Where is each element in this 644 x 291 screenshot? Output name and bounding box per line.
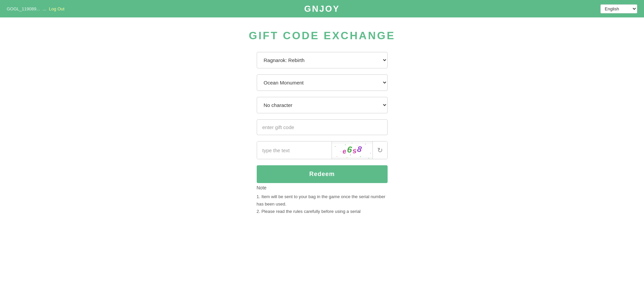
form-container: Ragnarok: Rebirth Ragnarok Online Ragnar… <box>257 52 388 183</box>
svg-point-6 <box>365 144 365 144</box>
captcha-image-wrapper: e 6 s 8 <box>332 141 373 159</box>
header-separator: ... <box>43 6 46 11</box>
svg-point-5 <box>360 156 361 157</box>
captcha-char-4: 8 <box>357 144 362 154</box>
svg-point-1 <box>340 151 341 152</box>
account-label: GOGL_119089... <box>7 6 40 11</box>
svg-point-7 <box>370 153 371 154</box>
svg-point-13 <box>357 145 357 146</box>
captcha-char-3: s <box>352 147 357 156</box>
captcha-input[interactable] <box>257 141 332 159</box>
svg-point-10 <box>351 143 352 143</box>
character-dropdown[interactable]: No character <box>257 97 388 113</box>
svg-point-2 <box>345 144 345 145</box>
note-line-1: 1. Item will be sent to your bag in the … <box>257 193 388 208</box>
svg-point-0 <box>335 146 336 147</box>
page-title: GIFT CODE EXCHANGE <box>249 30 395 42</box>
game-dropdown[interactable]: Ragnarok: Rebirth Ragnarok Online Ragnar… <box>257 52 388 68</box>
svg-point-12 <box>346 157 347 158</box>
note-title: Note <box>257 185 388 190</box>
header: GOGL_119089... ... Log Out GNJOY English… <box>0 0 644 17</box>
note-text: 1. Item will be sent to your bag in the … <box>257 193 388 215</box>
note-section: Note 1. Item will be sent to your bag in… <box>257 185 388 215</box>
note-line-2: 2. Please read the rules carefully befor… <box>257 208 388 215</box>
svg-point-9 <box>337 156 337 157</box>
captcha-char-2: 6 <box>346 144 352 155</box>
captcha-row: e 6 s 8 ↻ <box>257 141 388 159</box>
header-left: GOGL_119089... ... Log Out <box>7 6 64 11</box>
server-dropdown[interactable]: Ocean Monument Prontera Payon <box>257 74 388 91</box>
redeem-button[interactable]: Redeem <box>257 165 388 183</box>
logout-link[interactable]: Log Out <box>49 6 64 11</box>
header-right: English 한국어 日本語 中文 <box>600 4 637 13</box>
main-content: GIFT CODE EXCHANGE Ragnarok: Rebirth Rag… <box>0 17 644 215</box>
logo: GNJOY <box>304 4 340 14</box>
captcha-char-1: e <box>342 147 347 156</box>
captcha-image: e 6 s 8 <box>332 141 373 159</box>
captcha-visual: e 6 s 8 <box>332 144 373 157</box>
gift-code-input[interactable] <box>257 119 388 135</box>
captcha-refresh-button[interactable]: ↻ <box>373 141 387 159</box>
svg-point-11 <box>362 150 362 150</box>
language-selector[interactable]: English 한국어 日本語 中文 <box>600 4 637 13</box>
svg-point-14 <box>368 158 369 159</box>
